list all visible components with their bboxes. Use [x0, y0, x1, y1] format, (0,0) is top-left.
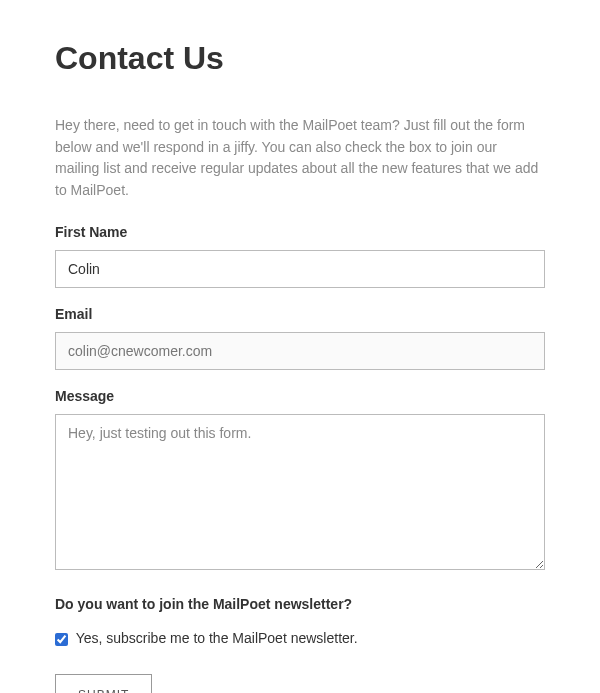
email-input[interactable] [55, 332, 545, 370]
email-label: Email [55, 306, 545, 322]
submit-button[interactable]: SUBMIT [55, 674, 152, 693]
newsletter-checkbox[interactable] [55, 633, 68, 646]
first-name-label: First Name [55, 224, 545, 240]
first-name-input[interactable] [55, 250, 545, 288]
page-title: Contact Us [55, 40, 545, 77]
intro-text: Hey there, need to get in touch with the… [55, 115, 545, 202]
newsletter-question: Do you want to join the MailPoet newslet… [55, 596, 545, 612]
message-textarea[interactable]: Hey, just testing out this form. [55, 414, 545, 570]
newsletter-checkbox-label: Yes, subscribe me to the MailPoet newsle… [76, 630, 358, 646]
message-label: Message [55, 388, 545, 404]
